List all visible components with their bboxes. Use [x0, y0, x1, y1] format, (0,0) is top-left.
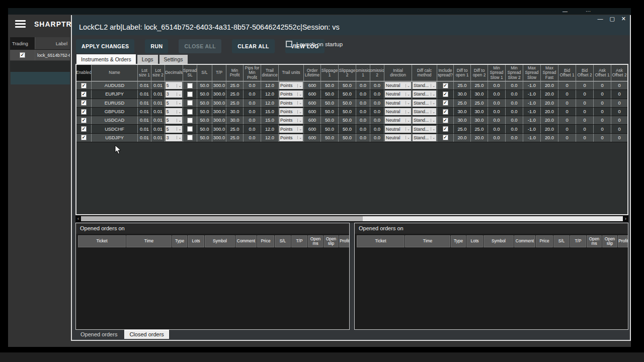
- parent-minimize-icon[interactable]: —: [562, 9, 568, 14]
- value-cell[interactable]: 600: [304, 81, 321, 89]
- cell-dropdown[interactable]: Points⌄: [279, 100, 303, 107]
- run-button[interactable]: RUN: [145, 39, 168, 53]
- minimize-icon[interactable]: —: [597, 16, 603, 22]
- value-cell[interactable]: -1.0: [523, 99, 541, 107]
- value-cell[interactable]: 12.0: [261, 90, 279, 98]
- cell-dropdown[interactable]: Points⌄: [279, 126, 303, 133]
- value-cell[interactable]: 0.0: [488, 99, 506, 107]
- maximize-icon[interactable]: ▢: [609, 16, 614, 22]
- value-cell[interactable]: 0: [611, 90, 628, 98]
- scroll-left-icon[interactable]: ‹: [75, 216, 81, 221]
- scrollbar-thumb[interactable]: [81, 216, 363, 221]
- sidebar-selected-row[interactable]: [11, 72, 70, 84]
- value-cell[interactable]: 0.01: [138, 108, 151, 116]
- cell-dropdown[interactable]: Stand...⌄: [413, 90, 436, 98]
- cell-checkbox[interactable]: ✓: [81, 100, 87, 106]
- cell-dropdown[interactable]: Neutral⌄: [385, 134, 411, 141]
- cell-dropdown[interactable]: Points⌄: [279, 134, 303, 141]
- value-cell[interactable]: 0.0: [506, 99, 523, 107]
- value-cell[interactable]: 15.0: [261, 108, 279, 116]
- cell-checkbox[interactable]: [187, 135, 193, 140]
- value-cell[interactable]: 0.0: [488, 81, 506, 89]
- value-cell[interactable]: 20.0: [541, 125, 558, 133]
- value-cell[interactable]: 30.0: [226, 108, 244, 116]
- value-cell[interactable]: 300.0: [212, 90, 226, 98]
- value-cell[interactable]: 50.0: [197, 116, 212, 124]
- value-cell[interactable]: 20.0: [541, 81, 558, 89]
- value-cell[interactable]: 0.0: [356, 108, 370, 116]
- value-cell[interactable]: -1.0: [523, 125, 541, 133]
- value-cell[interactable]: 0: [576, 81, 594, 89]
- value-cell[interactable]: 50.0: [339, 81, 356, 89]
- cell-checkbox[interactable]: ✓: [81, 126, 87, 132]
- value-cell[interactable]: 0.01: [151, 134, 165, 142]
- cell-checkbox[interactable]: ✓: [443, 83, 448, 88]
- value-cell[interactable]: 30.0: [454, 116, 471, 124]
- cell-checkbox[interactable]: [187, 126, 193, 132]
- value-cell[interactable]: 600: [304, 108, 321, 116]
- value-cell[interactable]: 0: [594, 99, 611, 107]
- cell-dropdown[interactable]: Points⌄: [279, 108, 303, 115]
- value-cell[interactable]: 0.01: [151, 81, 165, 89]
- value-cell[interactable]: 50.0: [339, 90, 356, 98]
- value-cell[interactable]: 50.0: [321, 81, 339, 89]
- value-cell[interactable]: 50.0: [321, 99, 339, 107]
- cell-dropdown[interactable]: Stand...⌄: [413, 108, 436, 115]
- value-cell[interactable]: 0.0: [244, 116, 261, 124]
- value-cell[interactable]: 50.0: [321, 125, 339, 133]
- value-cell[interactable]: 50.0: [321, 90, 339, 98]
- value-cell[interactable]: 0: [611, 108, 628, 116]
- value-cell[interactable]: 0.0: [356, 134, 370, 142]
- value-cell[interactable]: 0.0: [506, 116, 523, 124]
- cell-dropdown[interactable]: Points⌄: [279, 117, 303, 124]
- cell-checkbox[interactable]: [187, 92, 193, 97]
- value-cell[interactable]: 0: [558, 134, 576, 142]
- value-cell[interactable]: 0: [558, 116, 576, 124]
- cell-dropdown[interactable]: 5⌄: [166, 108, 183, 115]
- cell-dropdown[interactable]: Stand...⌄: [413, 82, 436, 89]
- cell-dropdown[interactable]: Neutral⌄: [385, 117, 411, 124]
- cell-checkbox[interactable]: ✓: [443, 109, 448, 115]
- value-cell[interactable]: 0: [576, 125, 594, 133]
- value-cell[interactable]: 50.0: [339, 134, 356, 142]
- value-cell[interactable]: 0.0: [370, 90, 384, 98]
- value-cell[interactable]: 600: [304, 125, 321, 133]
- value-cell[interactable]: 0: [611, 125, 628, 133]
- value-cell[interactable]: -1.0: [523, 108, 541, 116]
- value-cell[interactable]: 600: [304, 99, 321, 107]
- cell-dropdown[interactable]: Points⌄: [279, 90, 303, 98]
- value-cell[interactable]: 25.0: [454, 125, 471, 133]
- value-cell[interactable]: 30.0: [454, 90, 471, 98]
- value-cell[interactable]: 50.0: [339, 99, 356, 107]
- value-cell[interactable]: 20.0: [541, 108, 558, 116]
- value-cell[interactable]: 300.0: [212, 125, 226, 133]
- cell-checkbox[interactable]: ✓: [443, 92, 448, 97]
- tab-instruments-orders[interactable]: Instruments & Orders: [76, 54, 136, 64]
- value-cell[interactable]: 0.0: [506, 90, 523, 98]
- apply-changes-button[interactable]: APPLY CHANGES: [76, 39, 134, 53]
- cell-dropdown[interactable]: 5⌄: [166, 117, 183, 124]
- value-cell[interactable]: 0.0: [370, 99, 384, 107]
- cell-checkbox[interactable]: ✓: [443, 118, 448, 123]
- value-cell[interactable]: 0.0: [370, 81, 384, 89]
- value-cell[interactable]: 12.0: [261, 134, 279, 142]
- value-cell[interactable]: 0.0: [244, 134, 261, 142]
- value-cell[interactable]: 25.0: [454, 99, 471, 107]
- value-cell[interactable]: 0: [558, 81, 576, 89]
- value-cell[interactable]: 50.0: [339, 125, 356, 133]
- value-cell[interactable]: 0.0: [488, 134, 506, 142]
- cell-checkbox[interactable]: [187, 83, 193, 88]
- value-cell[interactable]: 25.0: [226, 90, 244, 98]
- value-cell[interactable]: -1.0: [523, 81, 541, 89]
- value-cell[interactable]: 25.0: [226, 99, 244, 107]
- cell-checkbox[interactable]: [187, 100, 193, 106]
- value-cell[interactable]: 50.0: [197, 108, 212, 116]
- value-cell[interactable]: 0: [576, 108, 594, 116]
- value-cell[interactable]: 0: [558, 125, 576, 133]
- value-cell[interactable]: 20.0: [454, 134, 471, 142]
- value-cell[interactable]: 50.0: [197, 90, 212, 98]
- value-cell[interactable]: 0: [576, 90, 594, 98]
- value-cell[interactable]: 25.0: [226, 81, 244, 89]
- value-cell[interactable]: 20.0: [541, 134, 558, 142]
- value-cell[interactable]: 50.0: [197, 81, 212, 89]
